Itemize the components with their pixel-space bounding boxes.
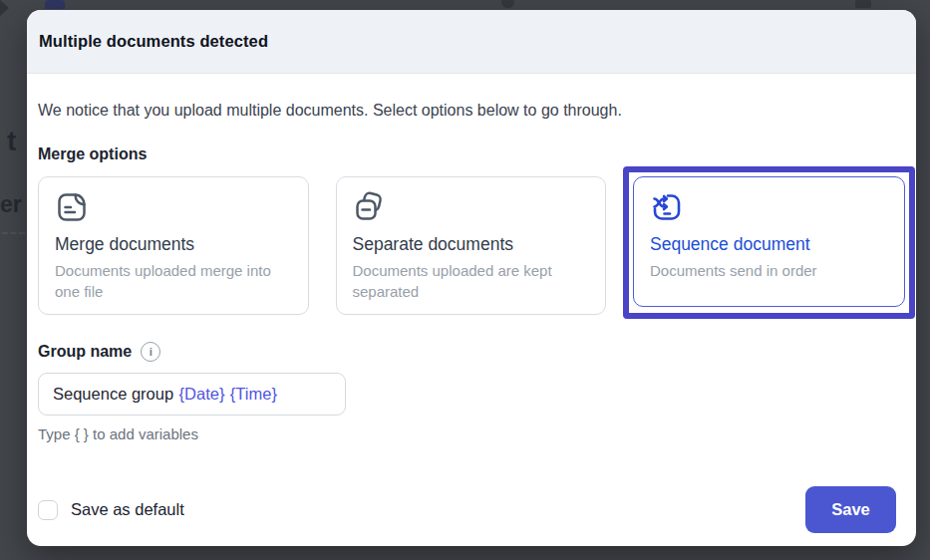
- background-icon: [501, 0, 514, 8]
- info-icon[interactable]: i: [141, 342, 160, 362]
- date-variable-token: {Date}: [179, 385, 225, 404]
- save-as-default-option[interactable]: Save as default: [38, 500, 184, 520]
- save-as-default-label: Save as default: [71, 500, 184, 519]
- card-description: Documents send in order: [650, 260, 888, 281]
- background-logo: [45, 0, 65, 9]
- background-text-fragment: t: [7, 126, 16, 157]
- separate-documents-card[interactable]: Separate documents Documents uploaded ar…: [336, 176, 607, 315]
- background-divider: [2, 232, 25, 234]
- separate-documents-icon: [353, 190, 590, 226]
- sequence-document-icon: [650, 190, 888, 226]
- merge-options-label: Merge options: [38, 145, 905, 163]
- background-icon: [855, 0, 871, 8]
- save-button[interactable]: Save: [805, 486, 896, 533]
- group-name-label: Group name: [38, 343, 132, 361]
- modal-body: We notice that you upload multiple docum…: [27, 102, 916, 442]
- save-as-default-checkbox[interactable]: [38, 500, 58, 520]
- card-description: Documents uploaded are kept separated: [353, 260, 590, 302]
- merge-options-cards: Merge documents Documents uploaded merge…: [38, 176, 905, 315]
- card-title: Merge documents: [55, 234, 292, 255]
- sequence-document-card[interactable]: Sequence document Documents send in orde…: [633, 176, 905, 307]
- background-arrow-icon: [0, 0, 9, 16]
- background-text-fragment: er: [0, 191, 22, 218]
- variables-hint: Type { } to add variables: [38, 425, 905, 442]
- group-name-input[interactable]: Sequence group{Date}{Time}: [38, 373, 346, 416]
- card-title: Separate documents: [353, 234, 590, 255]
- merge-document-icon: [55, 190, 292, 226]
- group-name-row: Group name i: [38, 342, 905, 362]
- modal-title: Multiple documents detected: [39, 32, 268, 51]
- card-title: Sequence document: [650, 234, 888, 255]
- merge-documents-card[interactable]: Merge documents Documents uploaded merge…: [38, 176, 309, 315]
- multiple-documents-modal: Multiple documents detected We notice th…: [27, 10, 916, 546]
- group-name-value: Sequence group: [53, 385, 173, 404]
- time-variable-token: {Time}: [230, 385, 277, 404]
- sequence-document-card-wrapper: Sequence document Documents send in orde…: [633, 176, 905, 307]
- modal-header: Multiple documents detected: [27, 10, 916, 74]
- modal-footer: Save as default Save: [38, 486, 896, 533]
- modal-description: We notice that you upload multiple docum…: [38, 102, 905, 120]
- card-description: Documents uploaded merge into one file: [55, 260, 292, 302]
